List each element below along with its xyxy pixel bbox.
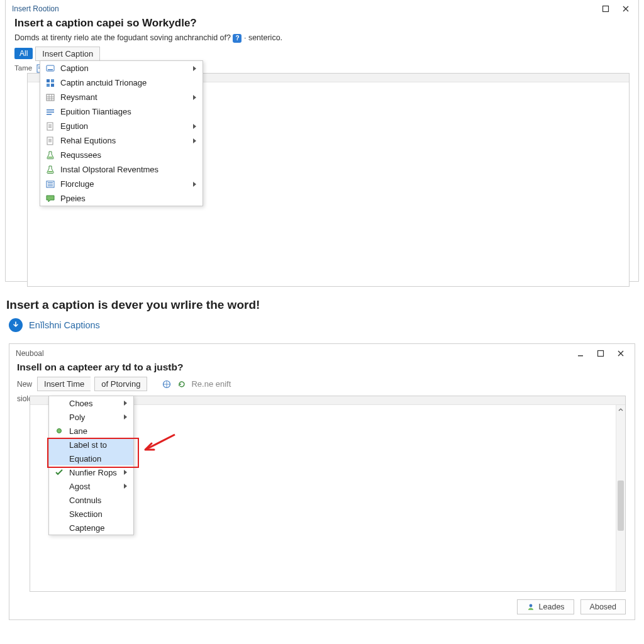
blank-icon <box>54 523 64 533</box>
menu-item-label: Florcluge <box>60 179 188 189</box>
svg-point-30 <box>529 604 532 608</box>
new-label: New <box>17 380 32 389</box>
menu-item[interactable]: Agost <box>49 479 133 493</box>
close-button[interactable] <box>612 347 630 360</box>
menu-item-label: Epuition Tiiantiages <box>60 107 196 116</box>
chevron-right-icon <box>124 484 127 489</box>
blank-icon <box>54 398 64 408</box>
menu-item-label: Requssees <box>60 150 196 160</box>
blank-icon <box>54 412 64 422</box>
download-icon[interactable] <box>9 318 23 332</box>
abosed-button[interactable]: Abosed <box>580 599 626 614</box>
info-icon[interactable]: ? <box>233 34 242 43</box>
chevron-up-icon <box>618 408 623 413</box>
menu-item[interactable]: Epuition Tiiantiages <box>40 104 203 119</box>
scroll-up-button[interactable] <box>616 405 625 414</box>
menu-item[interactable]: Contnuls <box>49 493 133 507</box>
square-icon <box>602 5 609 13</box>
menu-item[interactable]: Lane <box>49 424 133 438</box>
menu-item[interactable]: Nunfier Rops <box>49 465 133 479</box>
chevron-right-icon <box>124 470 127 475</box>
menu-item[interactable]: Choes <box>49 396 133 410</box>
svg-rect-0 <box>603 6 609 12</box>
svg-rect-16 <box>48 126 52 126</box>
page-heading: Insert a caption capei so Workydle? <box>6 16 638 32</box>
tab-of-ptorving[interactable]: of Ptorving <box>94 377 147 391</box>
globe-icon[interactable] <box>162 380 171 389</box>
minimize-icon <box>577 350 584 357</box>
menu-item-label: Captenge <box>69 523 127 533</box>
menu-item[interactable]: Requssees <box>40 148 203 162</box>
titlebar: Neuboal <box>9 344 635 360</box>
menu-item-label: Caption <box>60 64 188 73</box>
svg-point-29 <box>57 429 62 433</box>
chevron-right-icon <box>193 66 196 71</box>
menu-item[interactable]: Ppeies <box>40 191 203 206</box>
dialog-footer: Leades Abosed <box>517 599 626 614</box>
menu-item[interactable]: Equation <box>49 452 133 465</box>
close-button[interactable] <box>617 2 635 16</box>
chevron-right-icon <box>124 401 127 406</box>
menu-item-label: Captin anctuid Trionage <box>60 78 196 87</box>
filter-all-pill[interactable]: All <box>14 48 33 59</box>
menu-item-label: Choes <box>69 399 119 408</box>
menu-item-label: Instal Olpstoral Reventmes <box>60 165 196 174</box>
svg-rect-23 <box>48 182 53 183</box>
svg-rect-11 <box>47 109 54 111</box>
svg-rect-9 <box>51 84 54 87</box>
svg-rect-24 <box>48 184 53 184</box>
link-text[interactable]: Enĭlshni Captions <box>29 320 100 330</box>
close-icon <box>622 5 630 13</box>
menu-item-label: Label st to <box>69 440 127 450</box>
menu-item[interactable]: Rehal Equtions <box>40 133 203 148</box>
maximize-button[interactable] <box>592 347 609 360</box>
svg-rect-7 <box>51 79 54 82</box>
person-icon <box>526 602 535 611</box>
blank-icon <box>54 495 64 505</box>
svg-rect-5 <box>48 69 53 70</box>
leades-button[interactable]: Leades <box>517 599 574 614</box>
menu-item-label: Rehal Equtions <box>60 136 188 145</box>
svg-rect-15 <box>48 125 52 125</box>
menu-item[interactable]: Captenge <box>49 521 133 535</box>
tab-insert-time[interactable]: Insert Time <box>37 377 91 391</box>
menu-item[interactable]: Label st to <box>49 438 133 452</box>
chevron-right-icon <box>124 414 127 419</box>
check-icon <box>54 467 64 477</box>
subtext-post: · senterico. <box>244 33 282 42</box>
menu-item[interactable]: Caption <box>40 61 203 75</box>
vertical-scrollbar[interactable] <box>616 405 625 591</box>
window-title: Neuboal <box>16 349 44 358</box>
grid-icon <box>45 78 55 88</box>
dialog-heading: Insell on a capteer ary td to a justb? <box>9 360 635 377</box>
blank-icon <box>54 481 64 491</box>
svg-rect-8 <box>47 84 50 87</box>
menu-item[interactable]: Poly <box>49 410 133 424</box>
menu-item[interactable]: Captin anctuid Trionage <box>40 75 203 90</box>
svg-rect-20 <box>48 140 52 141</box>
section-heading: Insert a caption is dever you wrlire the… <box>0 296 644 318</box>
menu-item[interactable]: Egution <box>40 119 203 133</box>
menu-item[interactable]: Florcluge <box>40 177 203 191</box>
svg-rect-21 <box>48 142 52 142</box>
menu-item[interactable]: Reysmant <box>40 90 203 104</box>
svg-rect-25 <box>48 186 53 186</box>
chevron-right-icon <box>193 138 196 143</box>
insert-time-menu[interactable]: ChoesPolyLaneLabel st toEquationNunfier … <box>48 396 134 535</box>
minimize-button[interactable] <box>572 347 589 360</box>
maximize-button[interactable] <box>597 2 614 16</box>
svg-rect-19 <box>48 139 52 140</box>
refresh-icon[interactable] <box>177 380 186 389</box>
menu-item[interactable]: Skectiion <box>49 507 133 521</box>
tab-insert-caption[interactable]: Insert Caption <box>35 47 100 61</box>
blank-icon <box>54 453 64 464</box>
flask-icon <box>45 150 55 160</box>
insert-caption-menu[interactable]: CaptionCaptin anctuid TrionageReysmantEp… <box>40 60 203 206</box>
menu-item[interactable]: Instal Olpstoral Reventmes <box>40 162 203 177</box>
toolbar: All Insert Caption <box>6 47 638 62</box>
scroll-thumb[interactable] <box>618 480 624 531</box>
blank-icon <box>54 509 64 519</box>
window-insert-time: Neuboal Insell on a capteer ary td to a … <box>9 343 635 620</box>
square-icon <box>597 350 604 357</box>
svg-rect-17 <box>48 127 52 128</box>
